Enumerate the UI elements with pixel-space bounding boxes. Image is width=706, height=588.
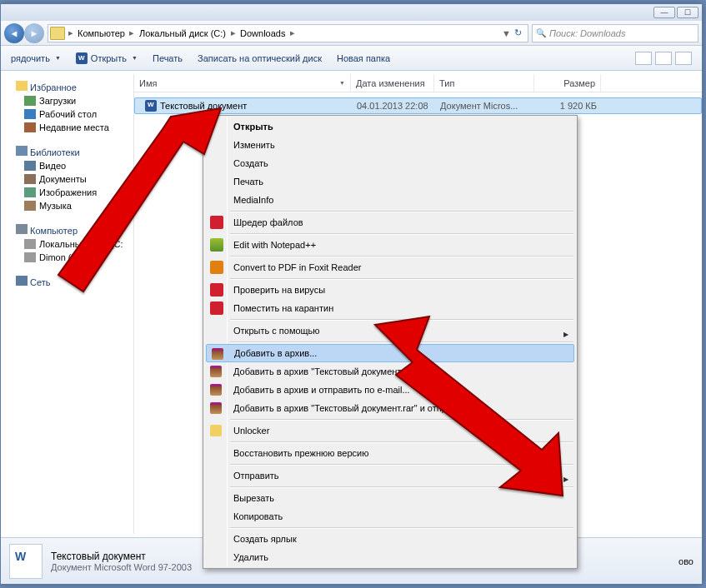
disk-icon <box>24 252 36 262</box>
file-size: 1 920 КБ <box>535 101 602 111</box>
file-row[interactable]: Текстовый документ 04.01.2013 22:08 Доку… <box>134 97 702 114</box>
sidebar-group-computer[interactable]: Компьютер <box>1 222 133 237</box>
column-name[interactable]: Имя <box>134 74 351 92</box>
sidebar-group-network[interactable]: Сеть <box>1 274 133 289</box>
ctx-cut[interactable]: Вырезать <box>205 489 575 507</box>
nav-bar: ◄ ► ▸ Компьютер ▸ Локальный диск (C:) ▸ … <box>1 21 702 46</box>
minimize-button[interactable]: — <box>653 7 675 18</box>
folder-icon <box>50 27 65 40</box>
ctx-archive-named-send[interactable]: Добавить в архив "Текстовый документ.rar… <box>205 399 575 417</box>
ctx-foxit[interactable]: Convert to PDF in Foxit Reader <box>205 258 575 277</box>
breadcrumb-item[interactable]: Компьютер <box>74 28 128 38</box>
ctx-mediainfo[interactable]: MediaInfo <box>205 191 575 209</box>
ccleaner-icon <box>210 216 223 229</box>
ctx-print[interactable]: Печать <box>205 172 575 191</box>
winrar-icon <box>212 348 223 360</box>
ctx-create-shortcut[interactable]: Создать ярлык <box>205 530 575 548</box>
ctx-create[interactable]: Создать <box>205 154 575 172</box>
unlocker-icon <box>210 425 222 436</box>
print-button[interactable]: Печать <box>146 50 189 67</box>
sidebar-item-local-disk-c[interactable]: Локальный диск (C: <box>1 237 133 251</box>
notepadpp-icon <box>210 238 223 252</box>
recent-icon <box>24 122 36 132</box>
sidebar-item-dimon-d[interactable]: Dimon (D:) <box>1 251 133 264</box>
documents-icon <box>24 174 36 184</box>
sidebar-item-video[interactable]: Видео <box>1 159 133 172</box>
sidebar-item-images[interactable]: Изображения <box>1 186 133 199</box>
file-name: Текстовый документ <box>160 101 247 111</box>
sidebar-item-documents[interactable]: Документы <box>1 172 133 186</box>
ctx-shredder[interactable]: Шредер файлов <box>205 213 575 232</box>
view-mode-button[interactable] <box>635 52 652 65</box>
back-button[interactable]: ◄ <box>4 23 24 43</box>
preview-pane-button[interactable] <box>655 52 672 65</box>
maximize-button[interactable]: ☐ <box>677 7 698 18</box>
refresh-icon[interactable]: ↻ <box>509 27 526 38</box>
file-date: 04.01.2013 22:08 <box>352 101 435 111</box>
status-subtitle: Документ Microsoft Word 97-2003 <box>51 562 192 572</box>
sidebar: Избранное Загрузки Рабочий стол Недавние… <box>1 74 134 534</box>
ctx-open[interactable]: Открыть <box>205 117 575 136</box>
winrar-icon <box>210 402 222 414</box>
sidebar-group-libraries[interactable]: Библиотеки <box>1 144 133 159</box>
winrar-icon <box>210 384 222 396</box>
computer-icon <box>16 224 28 234</box>
sidebar-item-downloads[interactable]: Загрузки <box>1 94 133 107</box>
column-size[interactable]: Размер <box>534 74 601 92</box>
ctx-open-with[interactable]: Открыть с помощью <box>205 321 575 340</box>
breadcrumb-dropdown[interactable]: ▼ <box>502 28 509 38</box>
ctx-virus-scan[interactable]: Проверить на вирусы <box>205 281 575 299</box>
chevron-right-icon: ▸ <box>128 27 136 38</box>
network-icon <box>16 276 28 286</box>
music-icon <box>24 201 36 211</box>
column-headers: Имя Дата изменения Тип Размер <box>134 74 702 92</box>
word-doc-icon <box>145 100 157 112</box>
open-button[interactable]: W Открыть <box>69 49 144 67</box>
ctx-add-to-archive[interactable]: Добавить в архив... <box>206 344 574 362</box>
column-date[interactable]: Дата изменения <box>351 74 434 92</box>
star-icon <box>16 81 28 91</box>
breadcrumb-item[interactable]: Downloads <box>237 28 288 38</box>
ctx-add-to-archive-named[interactable]: Добавить в архив "Текстовый документ.rar… <box>205 362 575 381</box>
status-extra: ово <box>678 556 693 566</box>
word-icon: W <box>76 52 88 64</box>
ctx-archive-email[interactable]: Добавить в архив и отправить по e-mail..… <box>205 381 575 399</box>
ctx-unlocker[interactable]: Unlocker <box>205 421 575 440</box>
ctx-send-to[interactable]: Отправить <box>205 466 575 485</box>
chevron-right-icon: ▸ <box>229 27 237 38</box>
kaspersky-icon <box>210 301 223 315</box>
video-icon <box>24 161 36 171</box>
winrar-icon <box>210 366 222 377</box>
context-menu: Открыть Изменить Создать Печать MediaInf… <box>203 115 578 569</box>
ctx-restore-version[interactable]: Восстановить прежнюю версию <box>205 444 575 462</box>
breadcrumb-item[interactable]: Локальный диск (C:) <box>136 28 229 38</box>
ctx-copy[interactable]: Копировать <box>205 507 575 526</box>
ctx-quarantine[interactable]: Поместить на карантин <box>205 299 575 317</box>
chevron-right-icon: ▸ <box>67 27 74 38</box>
column-type[interactable]: Тип <box>434 74 534 92</box>
ctx-notepadpp[interactable]: Edit with Notepad++ <box>205 236 575 254</box>
kaspersky-icon <box>210 283 223 296</box>
sidebar-item-recent[interactable]: Недавние места <box>1 121 133 134</box>
chevron-right-icon: ▸ <box>288 27 296 38</box>
ctx-edit[interactable]: Изменить <box>205 136 575 154</box>
sidebar-item-desktop[interactable]: Рабочий стол <box>1 107 133 121</box>
library-icon <box>16 146 28 156</box>
titlebar: — ☐ <box>1 4 702 21</box>
ctx-delete[interactable]: Удалить <box>205 548 575 566</box>
foxit-icon <box>210 261 223 274</box>
sidebar-group-favorites[interactable]: Избранное <box>1 79 133 94</box>
help-button[interactable] <box>675 52 692 65</box>
file-type: Документ Micros... <box>435 101 535 111</box>
disk-icon <box>24 239 36 249</box>
desktop-icon <box>24 109 36 119</box>
sidebar-item-music[interactable]: Музыка <box>1 199 133 212</box>
new-folder-button[interactable]: Новая папка <box>330 50 397 67</box>
search-input[interactable]: Поиск: Downloads <box>532 24 698 42</box>
burn-button[interactable]: Записать на оптический диск <box>191 50 328 67</box>
breadcrumb[interactable]: ▸ Компьютер ▸ Локальный диск (C:) ▸ Down… <box>48 24 528 42</box>
nav-arrows: ◄ ► <box>4 23 44 43</box>
open-label: Открыть <box>91 53 127 63</box>
organize-button[interactable]: рядочить <box>4 50 68 67</box>
forward-button[interactable]: ► <box>24 23 44 43</box>
